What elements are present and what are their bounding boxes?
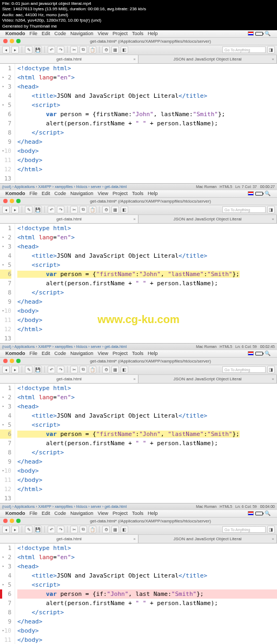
close-icon[interactable] — [3, 199, 8, 203]
back-button[interactable]: ◂ — [2, 526, 10, 533]
flag-icon[interactable] — [248, 191, 254, 196]
menu-item[interactable]: Edit — [42, 351, 50, 356]
new-file-button[interactable]: ✎ — [25, 526, 32, 533]
tool-button[interactable]: ⚙ — [102, 366, 110, 373]
undo-button[interactable]: ↶ — [48, 46, 55, 53]
paste-button[interactable]: 📋 — [89, 46, 96, 53]
menu-item[interactable]: Tools — [132, 511, 143, 516]
close-tab-icon[interactable]: × — [133, 377, 136, 381]
code-content[interactable]: <!doctype html> <html lang="en"> <head> … — [15, 384, 277, 503]
menu-item[interactable]: Tools — [132, 191, 143, 196]
code-content[interactable]: <!doctype html> <html lang="en"> <head> … — [15, 544, 277, 644]
tab-json-literal[interactable]: JSON and JavaScript Object Literal× — [138, 215, 277, 223]
menu-item[interactable]: Help — [148, 31, 158, 36]
status-encoding[interactable]: Mac Roman — [196, 505, 216, 508]
menu-item[interactable]: Help — [148, 351, 158, 356]
maximize-icon[interactable] — [16, 199, 21, 203]
search-icon[interactable]: 🔍 — [265, 511, 271, 516]
panel-toggle-button[interactable]: ◨ — [267, 206, 275, 213]
breadcrumb[interactable]: (root) › Applications › XAMPP › xamppfil… — [2, 345, 127, 348]
maximize-icon[interactable] — [16, 359, 21, 363]
tool-button[interactable]: ◧ — [121, 366, 128, 373]
copy-button[interactable]: ⧉ — [80, 366, 87, 373]
menu-item[interactable]: Navigation — [70, 511, 94, 516]
menu-item[interactable]: Tools — [132, 31, 143, 36]
menu-item[interactable]: File — [30, 351, 38, 356]
close-tab-icon[interactable]: × — [133, 217, 136, 222]
menu-app[interactable]: Komodo — [5, 31, 25, 36]
tab-getdata[interactable]: get-data.html× — [0, 215, 138, 223]
cut-button[interactable]: ✂ — [70, 206, 78, 213]
tool-button[interactable]: ▦ — [111, 526, 119, 533]
save-button[interactable]: 💾 — [34, 206, 42, 213]
code-content[interactable]: <!doctype html> <html lang="en"> <head> … — [15, 224, 277, 343]
panel-toggle-button[interactable]: ◨ — [267, 366, 275, 373]
forward-button[interactable]: ▸ — [11, 206, 19, 213]
menu-item[interactable]: Help — [148, 191, 158, 196]
maximize-icon[interactable] — [16, 519, 21, 523]
save-button[interactable]: 💾 — [34, 46, 42, 53]
close-icon[interactable] — [3, 359, 8, 363]
flag-icon[interactable] — [248, 31, 254, 36]
menu-item[interactable]: Tools — [132, 351, 143, 356]
menu-item[interactable]: Edit — [42, 191, 50, 196]
menu-app[interactable]: Komodo — [5, 191, 25, 196]
goto-input[interactable]: Go To Anything — [222, 206, 266, 213]
tab-json-literal[interactable]: JSON and JavaScript Object Literal× — [138, 55, 277, 63]
new-file-button[interactable]: ✎ — [25, 366, 32, 373]
redo-button[interactable]: ↷ — [57, 526, 64, 533]
undo-button[interactable]: ↶ — [48, 366, 55, 373]
tool-button[interactable]: ▦ — [111, 366, 119, 373]
menubar[interactable]: Komodo File Edit Code Navigation View Pr… — [0, 30, 277, 38]
tab-json-literal[interactable]: JSON and JavaScript Object Literal× — [138, 535, 277, 543]
tool-button[interactable]: ▦ — [111, 46, 119, 53]
menu-item[interactable]: View — [98, 511, 108, 516]
menu-item[interactable]: File — [30, 191, 38, 196]
code-editor[interactable]: 12345678910111213 <!doctype html> <html … — [0, 384, 277, 503]
new-file-button[interactable]: ✎ — [25, 206, 32, 213]
tool-button[interactable]: ◧ — [121, 46, 128, 53]
goto-input[interactable]: Go To Anything — [222, 366, 266, 373]
tab-getdata[interactable]: get-data.html× — [0, 55, 138, 63]
goto-input[interactable]: Go To Anything — [222, 46, 266, 53]
minimize-icon[interactable] — [10, 359, 14, 363]
new-file-button[interactable]: ✎ — [25, 46, 32, 53]
close-tab-icon[interactable]: × — [272, 217, 274, 222]
menu-item[interactable]: Navigation — [70, 351, 94, 356]
menu-app[interactable]: Komodo — [5, 351, 25, 356]
cut-button[interactable]: ✂ — [70, 366, 78, 373]
close-tab-icon[interactable]: × — [272, 377, 274, 381]
menu-app[interactable]: Komodo — [5, 511, 25, 516]
close-tab-icon[interactable]: × — [272, 57, 274, 62]
menu-item[interactable]: Project — [113, 31, 128, 36]
menu-item[interactable]: Project — [113, 351, 128, 356]
flag-icon[interactable] — [248, 511, 254, 515]
undo-button[interactable]: ↶ — [48, 526, 55, 533]
tool-button[interactable]: ◧ — [121, 206, 128, 213]
menubar[interactable]: Komodo File Edit Code Navigation View Pr… — [0, 190, 277, 198]
tool-button[interactable]: ◧ — [121, 526, 128, 533]
search-icon[interactable]: 🔍 — [265, 351, 271, 356]
tab-getdata[interactable]: get-data.html× — [0, 375, 138, 383]
save-button[interactable]: 💾 — [34, 526, 42, 533]
battery-icon[interactable] — [255, 32, 263, 36]
redo-button[interactable]: ↷ — [57, 366, 64, 373]
cut-button[interactable]: ✂ — [70, 526, 78, 533]
menu-item[interactable]: Code — [55, 351, 67, 356]
forward-button[interactable]: ▸ — [11, 366, 19, 373]
tool-button[interactable]: ▦ — [111, 206, 119, 213]
close-tab-icon[interactable]: × — [133, 57, 136, 62]
copy-button[interactable]: ⧉ — [80, 46, 87, 53]
copy-button[interactable]: ⧉ — [80, 526, 87, 533]
menu-item[interactable]: File — [30, 511, 38, 516]
tab-getdata[interactable]: get-data.html× — [0, 535, 138, 543]
redo-button[interactable]: ↷ — [57, 206, 64, 213]
code-editor[interactable]: 12345678910111213 <!doctype html> <html … — [0, 224, 277, 343]
status-encoding[interactable]: Mac Roman — [196, 185, 216, 189]
maximize-icon[interactable] — [16, 39, 21, 43]
tool-button[interactable]: ⚙ — [102, 206, 110, 213]
panel-toggle-button[interactable]: ◨ — [267, 46, 275, 53]
breadcrumb[interactable]: (root) › Applications › XAMPP › xamppfil… — [2, 505, 127, 508]
tab-json-literal[interactable]: JSON and JavaScript Object Literal× — [138, 375, 277, 383]
paste-button[interactable]: 📋 — [89, 526, 96, 533]
